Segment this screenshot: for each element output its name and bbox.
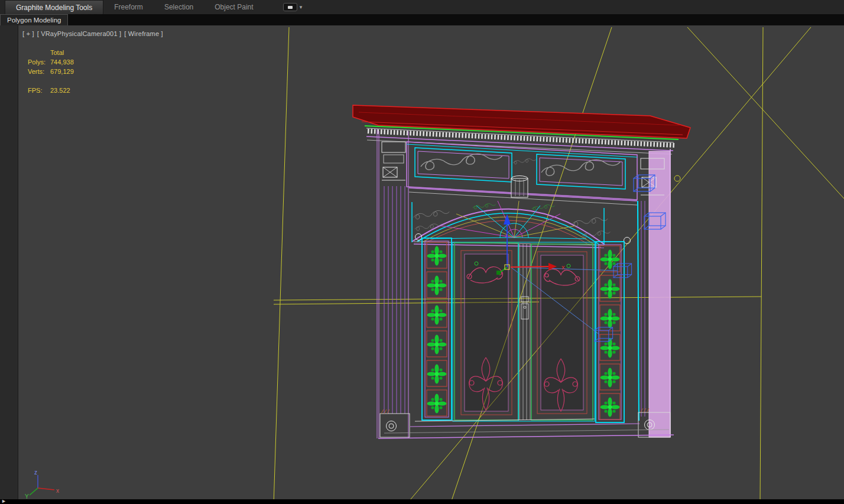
ribbon-toggle-glyph (288, 6, 293, 9)
viewport-statistics: Total Polys: 744,938 Verts: 679,129 FPS:… (28, 48, 74, 95)
stats-verts-label: Verts: (28, 67, 50, 76)
stats-total-row: Total (28, 48, 74, 57)
vray-light-gizmos[interactable] (511, 175, 666, 342)
left-rosette-strip (422, 238, 452, 420)
dropdown-caret-icon[interactable]: ▾ (300, 5, 303, 10)
3dsmax-window: Graphite Modeling Tools Freeform Selecti… (0, 0, 844, 504)
viewport-label: [ + ] [ VRayPhysicalCamera001 ] [ Wirefr… (22, 30, 163, 37)
right-rosette-strip (596, 242, 624, 422)
tab-polygon-modeling[interactable]: Polygon Modeling (0, 14, 68, 25)
door-cornice (353, 105, 690, 154)
door-model-wireframe[interactable] (353, 105, 690, 438)
stats-polys-label: Polys: (28, 57, 50, 67)
tab-object-paint[interactable]: Object Paint (204, 0, 264, 14)
tab-freeform[interactable]: Freeform (103, 0, 154, 14)
stats-gap (28, 76, 74, 86)
bottom-bar: ► (0, 499, 844, 504)
stats-spacer (28, 48, 50, 57)
stats-verts-value: 679,129 (50, 67, 74, 76)
left-pilaster (377, 129, 410, 438)
axis-z-label: z (34, 469, 37, 476)
stats-total-header: Total (50, 48, 64, 57)
stats-polys-value: 744,938 (50, 57, 74, 67)
stats-polys-row: Polys: 744,938 (28, 57, 74, 67)
ribbon-display-toggle-icon[interactable] (283, 3, 297, 11)
ribbon-display-toggle[interactable]: ▾ (283, 0, 303, 14)
door-base (378, 419, 674, 438)
axis-tripod: z x Y (25, 469, 59, 500)
stats-fps-row: FPS: 23.522 (28, 86, 74, 95)
stats-fps-value: 23.522 (50, 86, 70, 95)
axis-x-label: x (56, 487, 59, 494)
right-pilaster (638, 149, 670, 437)
viewport-general-menu[interactable]: [ + ] (22, 30, 34, 37)
arch-transom (412, 176, 631, 248)
ribbon-panel-row: Polygon Modeling (0, 14, 844, 25)
tab-graphite-modeling-tools[interactable]: Graphite Modeling Tools (5, 0, 103, 14)
tab-selection[interactable]: Selection (154, 0, 204, 14)
expand-arrow-icon[interactable]: ► (1, 498, 7, 504)
viewport-camera-menu[interactable]: [ VRayPhysicalCamera001 ] (37, 30, 122, 37)
viewport-scene[interactable]: x z x Y (0, 25, 844, 504)
ribbon-tab-bar: Graphite Modeling Tools Freeform Selecti… (0, 0, 844, 15)
viewport-shading-menu[interactable]: [ Wireframe ] (124, 30, 163, 37)
stats-fps-label: FPS: (28, 86, 50, 95)
gizmo-x-axis-label: x (561, 264, 565, 271)
stats-verts-row: Verts: 679,129 (28, 67, 74, 76)
